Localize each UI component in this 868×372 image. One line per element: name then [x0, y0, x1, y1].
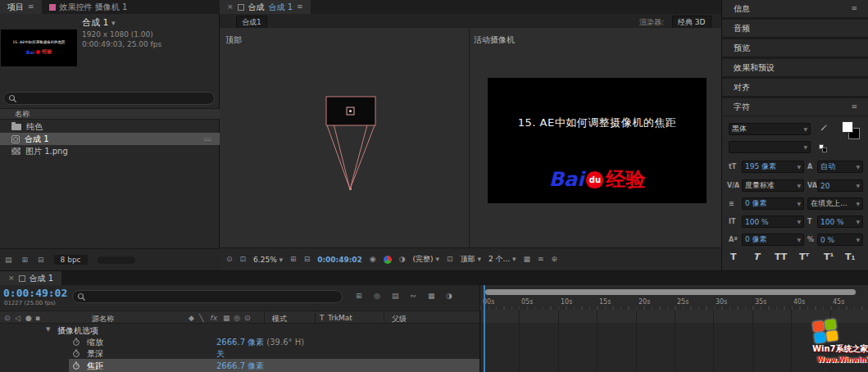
- column-parent[interactable]: 父级: [392, 314, 407, 324]
- close-icon[interactable]: ×: [227, 3, 234, 11]
- tracking-select[interactable]: 20 ▼: [817, 179, 863, 192]
- property-value[interactable]: 2666.7 像素: [216, 338, 264, 347]
- tab-timeline-comp[interactable]: × 合成 1: [0, 271, 61, 285]
- panel-preview[interactable]: 预览: [722, 39, 868, 57]
- column-name[interactable]: 名称: [15, 109, 30, 120]
- tab-composition[interactable]: × 合成 合成 1 ≡: [220, 0, 311, 14]
- fill-color-swatch[interactable]: [842, 121, 853, 133]
- leading-select[interactable]: 自动 ▼: [817, 161, 863, 173]
- stopwatch-icon[interactable]: [72, 338, 80, 347]
- panel-menu-icon[interactable]: ≡: [851, 5, 857, 12]
- mask-visibility-icon[interactable]: ⊟: [304, 256, 311, 263]
- new-folder-icon[interactable]: ⊞: [22, 256, 29, 264]
- stroke-style-select[interactable]: 在填充上... ▼: [807, 197, 863, 210]
- timeline-search-input[interactable]: [72, 290, 343, 303]
- faux-italic-button[interactable]: T: [753, 252, 760, 262]
- panel-info[interactable]: 信息 ≡: [722, 0, 868, 18]
- magnification-icon[interactable]: ⊡: [240, 256, 247, 263]
- list-item-image[interactable]: 图片 1.png: [0, 145, 220, 157]
- comp-flyout-icon[interactable]: ▾: [111, 20, 116, 27]
- always-preview-icon[interactable]: ⊙: [226, 256, 233, 263]
- resolution-select[interactable]: (完整) ▾: [413, 254, 439, 265]
- tracking-value[interactable]: 20: [820, 182, 829, 190]
- panel-align[interactable]: 对齐: [722, 79, 868, 97]
- column-mode[interactable]: 模式: [272, 314, 287, 324]
- panel-menu-icon[interactable]: ≡: [297, 3, 303, 11]
- property-row-depth-of-field[interactable]: 景深 关: [0, 347, 479, 359]
- vertical-scale-select[interactable]: 100 % ▼: [742, 215, 804, 228]
- tsume-select[interactable]: 0 % ▼: [817, 234, 863, 246]
- pixel-aspect-icon[interactable]: ▦: [524, 256, 531, 263]
- composition-frame[interactable]: 15. AE中如何调整摄像机的焦距 Bai du 经验: [488, 78, 707, 203]
- baseline-shift-select[interactable]: 0 像素 ▼: [742, 234, 804, 246]
- show-channel-icon[interactable]: [384, 256, 392, 264]
- horizontal-scale-value[interactable]: 100 %: [820, 218, 844, 226]
- interpret-footage-icon[interactable]: ▤: [5, 256, 12, 264]
- column-trkmat[interactable]: TrkMat: [328, 314, 352, 322]
- camera-options-group-row[interactable]: ▼ 摄像机选项: [0, 324, 479, 336]
- panel-effects-presets[interactable]: 效果和预设: [722, 59, 868, 77]
- faux-bold-button[interactable]: T: [730, 252, 737, 262]
- panel-character[interactable]: 字符 ≡: [722, 98, 868, 116]
- property-value[interactable]: 关: [216, 348, 225, 360]
- panel-audio[interactable]: 音频: [722, 20, 868, 38]
- font-size-value[interactable]: 195 像素: [745, 161, 776, 172]
- stopwatch-icon[interactable]: [72, 361, 80, 370]
- default-colors-swatch[interactable]: [822, 147, 827, 152]
- motion-blur-icon[interactable]: ▦: [428, 293, 435, 300]
- baseline-shift-value[interactable]: 0 像素: [745, 234, 767, 245]
- property-row-focus-distance[interactable]: 焦距 2666.7 像素: [0, 359, 479, 372]
- font-size-select[interactable]: 195 像素 ▼: [742, 161, 804, 173]
- list-item-comp[interactable]: 合成 1 ▫▫: [0, 133, 220, 145]
- region-of-interest-icon[interactable]: ⊡: [447, 256, 453, 263]
- column-source-name[interactable]: 源名称: [92, 314, 114, 324]
- kerning-select[interactable]: 度量标准 ▼: [742, 179, 804, 192]
- frame-blending-icon[interactable]: ∾: [410, 293, 416, 300]
- timeline-button-icon[interactable]: ≡: [538, 256, 544, 263]
- camera-wireframe[interactable]: [220, 28, 469, 247]
- kerning-value[interactable]: 度量标准: [745, 180, 775, 191]
- leading-value[interactable]: 自动: [820, 161, 835, 172]
- stroke-width-value[interactable]: 0 像素: [745, 198, 767, 209]
- list-item-solid[interactable]: 纯色: [0, 120, 220, 133]
- subscript-button[interactable]: T₁: [845, 252, 855, 262]
- close-icon[interactable]: ×: [8, 274, 15, 282]
- current-time-display[interactable]: 0:00:49:02: [3, 287, 67, 299]
- snapshot-icon[interactable]: ◉: [370, 256, 376, 263]
- font-style-select[interactable]: ▼: [729, 141, 811, 153]
- viewports[interactable]: 顶部 活动摄像机 15. AE中如何调整摄像机的焦距 Bai du 经验: [220, 28, 721, 247]
- superscript-button[interactable]: T¹: [824, 252, 834, 262]
- zoom-select[interactable]: 6.25% ▾: [253, 256, 283, 264]
- timeline-ruler[interactable]: 00s 05s 10s 15s 20s 25s 30s 35s 40s 45s: [480, 298, 868, 310]
- tab-effect-controls[interactable]: 效果控件 摄像机 1: [42, 0, 135, 14]
- delete-icon[interactable]: ⊟: [38, 256, 44, 264]
- stopwatch-icon[interactable]: [72, 349, 80, 358]
- grid-guides-icon[interactable]: ⊞: [290, 256, 297, 263]
- comp-name[interactable]: 合成 1: [82, 17, 109, 28]
- composition-mini-flowchart-icon[interactable]: ⊞: [356, 293, 362, 300]
- stroke-width-select[interactable]: 0 像素 ▼: [742, 197, 804, 210]
- property-row-zoom[interactable]: 缩放 2666.7 像素 (39.6° H): [0, 336, 479, 347]
- stroke-style-value[interactable]: 在填充上...: [811, 198, 848, 209]
- preview-time-display[interactable]: 0:00:49:02: [317, 256, 362, 264]
- exposure-icon[interactable]: ◑: [399, 256, 406, 263]
- property-value[interactable]: 2666.7 像素: [216, 361, 264, 372]
- twirl-open-icon[interactable]: ▼: [46, 327, 50, 333]
- eyedropper-icon[interactable]: [819, 124, 828, 133]
- time-navigator-bar[interactable]: [485, 289, 856, 295]
- tab-project[interactable]: 项目 ≡: [0, 0, 42, 14]
- view-select[interactable]: 顶部 ▾: [461, 254, 481, 265]
- current-time-indicator[interactable]: [484, 285, 485, 372]
- tsume-value[interactable]: 0 %: [820, 236, 834, 244]
- font-family-select[interactable]: 黑体 ▼: [729, 123, 811, 135]
- view-layout-select[interactable]: 2 个... ▾: [489, 254, 516, 265]
- all-caps-button[interactable]: TT: [775, 252, 787, 262]
- project-search-input[interactable]: [3, 92, 215, 105]
- panel-menu-icon[interactable]: ≡: [28, 3, 34, 11]
- small-caps-button[interactable]: Tᵀ: [799, 252, 809, 262]
- bit-depth-button[interactable]: 8 bpc: [54, 255, 88, 265]
- footer-slider[interactable]: [98, 256, 135, 264]
- vertical-scale-value[interactable]: 100 %: [745, 218, 769, 226]
- column-trkmat-t[interactable]: T: [320, 314, 325, 322]
- panel-menu-icon[interactable]: ≡: [851, 103, 857, 111]
